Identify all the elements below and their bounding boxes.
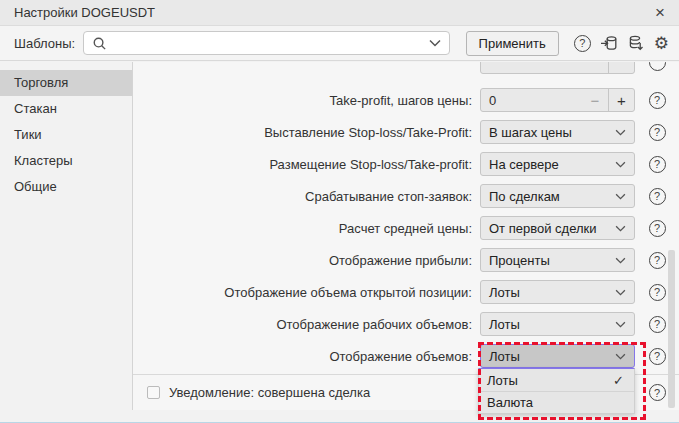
stop-order-trigger-select[interactable]: По сделкам: [480, 184, 635, 208]
setting-row: Отображение прибыли: Проценты ?: [133, 244, 679, 276]
notification-checkbox[interactable]: [147, 386, 160, 399]
settings-panel: Take-profit, шагов цены: 0 − + ? Выставл…: [133, 62, 679, 410]
setting-label: Take-profit, шагов цены:: [133, 93, 480, 108]
setting-label: Размещение Stop-loss/Take-profit:: [133, 157, 480, 172]
dialog-body: Торговля Стакан Тики Кластеры Общие: [0, 62, 679, 410]
select-value: В шагах цены: [481, 125, 615, 140]
help-icon[interactable]: [649, 62, 666, 71]
setting-row-volumes-display: Отображение объемов: Лоты ? Лоты ✓ Валют…: [133, 340, 679, 372]
setting-row: Расчет средней цены: От первой сделки ?: [133, 212, 679, 244]
setting-label: Отображение объема открытой позиции:: [133, 285, 480, 300]
question-glyph: ?: [579, 37, 585, 49]
volumes-display-select[interactable]: Лоты: [480, 344, 635, 368]
setting-row: Выставление Stop-loss/Take-Profit: В шаг…: [133, 116, 679, 148]
setting-label: Расчет средней цены:: [133, 221, 480, 236]
question-glyph: ?: [654, 94, 660, 106]
category-sidebar: Торговля Стакан Тики Кластеры Общие: [0, 62, 133, 410]
chevron-down-icon: [615, 161, 626, 168]
question-glyph: ?: [654, 126, 660, 138]
question-glyph: ?: [654, 222, 660, 234]
working-volumes-display-select[interactable]: Лоты: [480, 312, 635, 336]
help-icon[interactable]: ?: [649, 124, 666, 141]
take-profit-steps-stepper[interactable]: 0 − +: [480, 88, 635, 112]
question-glyph: ?: [654, 318, 660, 330]
titlebar: Настройки DOGEUSDT ×: [0, 0, 679, 26]
stepper-value: 0: [481, 93, 582, 108]
chevron-down-icon: [615, 257, 626, 264]
help-icon[interactable]: ?: [649, 92, 666, 109]
vertical-scrollbar[interactable]: [668, 250, 675, 408]
setting-label: Отображение рабочих объемов:: [133, 317, 480, 332]
setting-row: Размещение Stop-loss/Take-profit: На сер…: [133, 148, 679, 180]
help-icon[interactable]: ?: [649, 316, 666, 333]
chevron-down-icon: [615, 353, 626, 360]
clipped-stepper[interactable]: [480, 62, 635, 74]
toolbar-icons: ? ⚙: [574, 34, 669, 52]
question-glyph: ?: [654, 286, 660, 298]
option-label: Валюта: [487, 395, 533, 410]
select-value: Лоты: [481, 285, 615, 300]
chevron-down-icon: [615, 129, 626, 136]
setting-row: Take-profit, шагов цены: 0 − + ?: [133, 84, 679, 116]
setting-row: Отображение рабочих объемов: Лоты ?: [133, 308, 679, 340]
check-icon: ✓: [613, 373, 624, 388]
help-icon[interactable]: ?: [574, 35, 591, 52]
setting-label: Выставление Stop-loss/Take-Profit:: [133, 125, 480, 140]
close-icon[interactable]: ×: [653, 4, 667, 21]
chevron-down-icon: [615, 193, 626, 200]
settings-window: Настройки DOGEUSDT × Шаблоны: Применить …: [0, 0, 679, 423]
setting-label: Отображение прибыли:: [133, 253, 480, 268]
avg-price-calc-select[interactable]: От первой сделки: [480, 216, 635, 240]
chevron-down-icon: [615, 225, 626, 232]
setting-row: Отображение объема открытой позиции: Лот…: [133, 276, 679, 308]
question-glyph: ?: [654, 190, 660, 202]
sidebar-item-ticks[interactable]: Тики: [0, 122, 132, 148]
help-icon[interactable]: ?: [649, 284, 666, 301]
help-icon[interactable]: ?: [649, 188, 666, 205]
chevron-down-icon: [615, 289, 626, 296]
select-value: От первой сделки: [481, 221, 615, 236]
sidebar-item-dom[interactable]: Стакан: [0, 96, 132, 122]
plus-button[interactable]: +: [608, 89, 634, 111]
apply-button[interactable]: Применить: [466, 31, 559, 56]
export-template-icon[interactable]: [627, 34, 645, 52]
question-glyph: ?: [654, 158, 660, 170]
sidebar-item-trading[interactable]: Торговля: [0, 70, 132, 96]
templates-toolbar: Шаблоны: Применить ? ⚙: [0, 26, 679, 61]
open-position-volume-display-select[interactable]: Лоты: [480, 280, 635, 304]
help-icon[interactable]: ?: [649, 156, 666, 173]
dropdown-option-currency[interactable]: Валюта: [479, 391, 634, 413]
clipped-row: [133, 62, 679, 78]
profit-display-select[interactable]: Проценты: [480, 248, 635, 272]
setting-row: Срабатывание стоп-заявок: По сделкам ?: [133, 180, 679, 212]
minus-button[interactable]: −: [582, 89, 608, 111]
sl-tp-location-select[interactable]: На сервере: [480, 152, 635, 176]
select-value: Проценты: [481, 253, 615, 268]
help-icon[interactable]: ?: [649, 252, 666, 269]
chevron-down-icon: [615, 321, 626, 328]
question-glyph: ?: [654, 254, 660, 266]
setting-label: Отображение объемов:: [133, 349, 480, 364]
sl-tp-placement-mode-select[interactable]: В шагах цены: [480, 120, 635, 144]
select-value: По сделкам: [481, 189, 615, 204]
sidebar-item-clusters[interactable]: Кластеры: [0, 148, 132, 174]
help-icon[interactable]: ?: [649, 348, 666, 365]
volumes-display-dropdown-list: Лоты ✓ Валюта: [478, 368, 635, 414]
question-glyph: ?: [654, 387, 660, 399]
search-icon: [92, 36, 107, 51]
window-title: Настройки DOGEUSDT: [14, 5, 155, 20]
chevron-down-icon[interactable]: [429, 39, 441, 47]
templates-search-input[interactable]: [113, 36, 422, 51]
help-icon[interactable]: ?: [649, 220, 666, 237]
help-icon[interactable]: ?: [649, 384, 666, 401]
templates-label: Шаблоны:: [14, 36, 75, 51]
import-template-icon[interactable]: [600, 34, 618, 52]
sidebar-item-general[interactable]: Общие: [0, 174, 132, 200]
option-label: Лоты: [487, 373, 518, 388]
question-glyph: ?: [654, 350, 660, 362]
select-value: Лоты: [481, 317, 615, 332]
dropdown-option-lots[interactable]: Лоты ✓: [479, 369, 634, 391]
setting-label: Срабатывание стоп-заявок:: [133, 189, 480, 204]
templates-search-box[interactable]: [83, 31, 449, 55]
settings-gear-icon[interactable]: ⚙: [654, 35, 669, 52]
